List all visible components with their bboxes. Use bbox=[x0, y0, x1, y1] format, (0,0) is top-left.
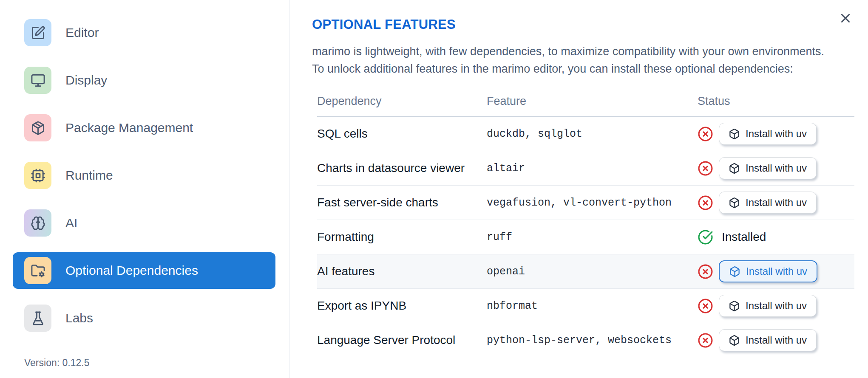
dependencies-table: Dependency Feature Status SQL cells duck… bbox=[317, 90, 854, 357]
table-header: Dependency Feature Status bbox=[317, 90, 854, 117]
not-installed-icon bbox=[698, 264, 713, 279]
close-icon bbox=[838, 20, 853, 27]
dependency-name: SQL cells bbox=[317, 127, 487, 141]
table-row: Formatting ruff Installed bbox=[317, 220, 854, 254]
dependency-name: AI features bbox=[317, 265, 487, 278]
brain-icon bbox=[24, 209, 51, 237]
box-icon bbox=[729, 335, 740, 346]
table-row: SQL cells duckdb, sqlglot Install with u… bbox=[317, 117, 854, 151]
install-button-label: Install with uv bbox=[746, 197, 807, 209]
dependency-name: Formatting bbox=[317, 230, 487, 244]
table-row: Charts in datasource viewer altair Insta… bbox=[317, 151, 854, 186]
version-label: Version: 0.12.5 bbox=[24, 357, 89, 369]
box-icon bbox=[729, 300, 740, 312]
install-button-label: Install with uv bbox=[746, 128, 807, 140]
column-header-dependency: Dependency bbox=[317, 95, 487, 108]
box-icon bbox=[729, 163, 740, 174]
sidebar-item-editor[interactable]: Editor bbox=[0, 9, 289, 56]
folder-cog-icon bbox=[24, 257, 51, 284]
sidebar-item-label: Labs bbox=[65, 311, 93, 325]
table-row: Export as IPYNB nbformat Install with uv bbox=[317, 289, 854, 323]
feature-packages: openai bbox=[487, 265, 698, 278]
sidebar-item-runtime[interactable]: Runtime bbox=[0, 152, 289, 199]
flask-icon bbox=[24, 305, 51, 332]
box-icon bbox=[729, 197, 740, 209]
monitor-icon bbox=[24, 67, 51, 94]
not-installed-icon bbox=[698, 195, 713, 211]
close-button[interactable] bbox=[837, 10, 854, 26]
settings-sidebar: Editor Display Package Management Runtim… bbox=[0, 0, 289, 378]
install-button-label: Install with uv bbox=[746, 265, 807, 277]
table-body: SQL cells duckdb, sqlglot Install with u… bbox=[317, 117, 854, 357]
settings-dialog: Editor Display Package Management Runtim… bbox=[0, 0, 868, 378]
cpu-icon bbox=[24, 162, 51, 189]
box-icon bbox=[729, 266, 740, 277]
table-row: Language Server Protocol python-lsp-serv… bbox=[317, 323, 854, 357]
feature-packages: ruff bbox=[487, 231, 698, 243]
column-header-feature: Feature bbox=[487, 95, 698, 108]
sidebar-nav: Editor Display Package Management Runtim… bbox=[0, 0, 289, 342]
install-with-uv-button[interactable]: Install with uv bbox=[719, 260, 817, 282]
install-with-uv-button[interactable]: Install with uv bbox=[719, 123, 817, 145]
not-installed-icon bbox=[698, 126, 713, 142]
page-title: OPTIONAL FEATURES bbox=[312, 17, 868, 32]
feature-packages: python-lsp-server, websockets bbox=[487, 334, 698, 347]
install-with-uv-button[interactable]: Install with uv bbox=[719, 192, 817, 214]
not-installed-icon bbox=[698, 333, 713, 348]
feature-packages: nbformat bbox=[487, 300, 698, 312]
sidebar-item-label: Package Management bbox=[65, 121, 193, 135]
status-label: Installed bbox=[722, 230, 766, 244]
sidebar-item-label: AI bbox=[65, 216, 77, 230]
status-cell: Installed bbox=[698, 229, 854, 245]
dependency-name: Language Server Protocol bbox=[317, 333, 487, 347]
sidebar-item-display[interactable]: Display bbox=[0, 56, 289, 104]
dependency-name: Charts in datasource viewer bbox=[317, 161, 487, 175]
sidebar-item-ai[interactable]: AI bbox=[0, 199, 289, 247]
not-installed-icon bbox=[698, 298, 713, 314]
table-row: Fast server-side charts vegafusion, vl-c… bbox=[317, 186, 854, 220]
sidebar-item-label: Display bbox=[65, 73, 107, 87]
edit-icon bbox=[24, 19, 51, 46]
install-with-uv-button[interactable]: Install with uv bbox=[719, 157, 817, 179]
install-button-label: Install with uv bbox=[746, 334, 807, 346]
table-row: AI features openai Install with uv bbox=[317, 254, 854, 289]
feature-packages: duckdb, sqlglot bbox=[487, 128, 698, 140]
status-cell: Install with uv bbox=[698, 295, 854, 317]
sidebar-item-package-management[interactable]: Package Management bbox=[0, 104, 289, 152]
feature-packages: vegafusion, vl-convert-python bbox=[487, 197, 698, 209]
install-with-uv-button[interactable]: Install with uv bbox=[719, 329, 817, 351]
install-with-uv-button[interactable]: Install with uv bbox=[719, 295, 817, 317]
sidebar-item-labs[interactable]: Labs bbox=[0, 294, 289, 342]
package-icon bbox=[24, 114, 51, 141]
installed-icon bbox=[698, 229, 713, 245]
box-icon bbox=[729, 128, 740, 140]
optional-features-panel: OPTIONAL FEATURES marimo is lightweight,… bbox=[290, 0, 868, 378]
not-installed-icon bbox=[698, 161, 713, 176]
status-cell: Install with uv bbox=[698, 157, 854, 179]
feature-packages: altair bbox=[487, 162, 698, 175]
sidebar-item-label: Runtime bbox=[65, 168, 113, 183]
install-button-label: Install with uv bbox=[746, 300, 807, 312]
sidebar-item-label: Editor bbox=[65, 25, 99, 40]
status-cell: Install with uv bbox=[698, 260, 854, 282]
status-cell: Install with uv bbox=[698, 123, 854, 145]
install-button-label: Install with uv bbox=[746, 162, 807, 174]
description-line-1: marimo is lightweight, with few dependen… bbox=[312, 43, 868, 60]
status-cell: Install with uv bbox=[698, 329, 854, 351]
status-cell: Install with uv bbox=[698, 192, 854, 214]
description-line-2: To unlock additional features in the mar… bbox=[312, 60, 868, 78]
dependency-name: Fast server-side charts bbox=[317, 196, 487, 209]
dependency-name: Export as IPYNB bbox=[317, 299, 487, 313]
description: marimo is lightweight, with few dependen… bbox=[312, 43, 868, 78]
column-header-status: Status bbox=[698, 95, 854, 108]
sidebar-item-label: Optional Dependencies bbox=[65, 263, 198, 278]
sidebar-item-optional-dependencies[interactable]: Optional Dependencies bbox=[0, 247, 289, 294]
